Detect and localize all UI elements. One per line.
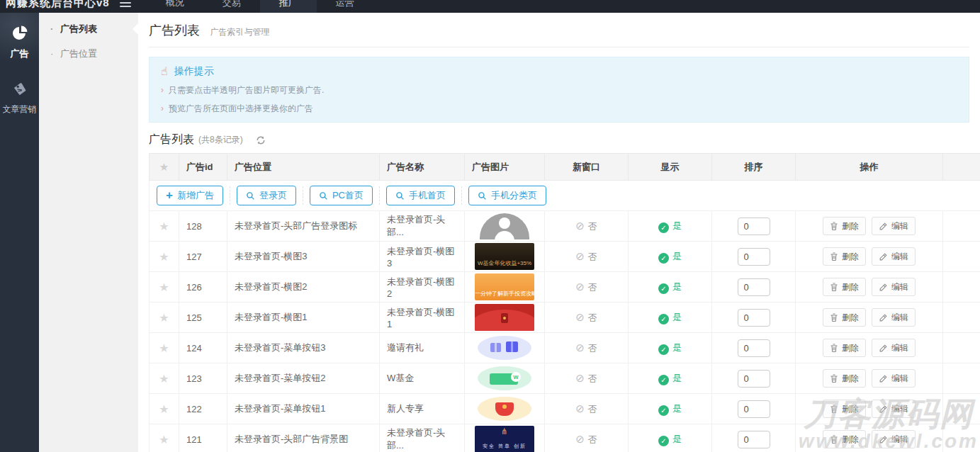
- ad-id-cell: 121: [179, 424, 227, 452]
- delete-button[interactable]: 删除: [823, 369, 866, 388]
- edit-label: 编辑: [891, 281, 908, 293]
- edit-button[interactable]: 编辑: [872, 247, 916, 266]
- top-nav-item-4[interactable]: 运营: [317, 0, 373, 13]
- edit-button[interactable]: 编辑: [872, 217, 916, 235]
- display-cell: ✓是: [629, 333, 712, 363]
- new-window-cell: ⊘否: [545, 394, 629, 424]
- ad-image-icon-gift[interactable]: [475, 334, 534, 361]
- sidebar-item-article-marketing[interactable]: 文章营销: [0, 69, 39, 124]
- actions-cell: 删除编辑: [796, 211, 943, 242]
- sort-input[interactable]: [738, 309, 770, 327]
- delete-button[interactable]: 删除: [823, 400, 866, 418]
- delete-button[interactable]: 删除: [823, 278, 866, 296]
- actions-cell: 删除编辑: [796, 363, 943, 394]
- row-favorite-star[interactable]: ★: [150, 333, 179, 363]
- ad-image-text: 安全 简单 创新: [475, 443, 534, 450]
- ad-position-cell: 未登录首页-菜单按钮3: [227, 333, 380, 363]
- filter-button-1[interactable]: 登录页: [237, 186, 296, 205]
- sort-cell: [712, 211, 796, 242]
- ad-image-icon-fund[interactable]: w: [475, 365, 534, 392]
- tips-box: ☝ 操作提示 ›只需要点击半透明广告图片即可更换广告. ›预览广告所在页面中选择…: [149, 57, 969, 123]
- edit-button[interactable]: 编辑: [872, 430, 916, 448]
- new-window-value: 否: [588, 343, 597, 354]
- edit-button[interactable]: 编辑: [872, 339, 916, 357]
- edit-label: 编辑: [891, 342, 908, 354]
- edit-button[interactable]: 编辑: [872, 278, 916, 296]
- display-cell: ✓是: [629, 424, 712, 452]
- row-favorite-star[interactable]: ★: [150, 303, 179, 333]
- gift-box-icon: [490, 343, 501, 352]
- add-ad-button[interactable]: +新增广告: [157, 186, 223, 205]
- ad-position-cell: 未登录首页-横图1: [227, 303, 380, 333]
- delete-button[interactable]: 删除: [823, 339, 866, 357]
- favorite-column-header[interactable]: ★: [150, 154, 179, 181]
- column-header: 新窗口: [545, 154, 629, 181]
- empty-cell: [943, 333, 980, 363]
- ad-image-cell: W基金年化收益+35%: [465, 242, 545, 272]
- ad-table: ★广告id广告位置广告名称广告图片新窗口显示排序操作 +新增广告登录页PC首页手…: [149, 153, 980, 452]
- delete-label: 删除: [842, 373, 859, 385]
- row-favorite-star[interactable]: ★: [150, 394, 179, 424]
- new-window-cell: ⊘否: [545, 424, 629, 452]
- ad-image-banner-dark[interactable]: W基金年化收益+35%: [475, 243, 534, 270]
- submenu-item-ad-position[interactable]: 广告位置: [39, 41, 138, 66]
- ad-image-avatar[interactable]: [475, 213, 534, 239]
- top-nav-item-1[interactable]: 概况: [147, 0, 203, 13]
- actions-cell: 删除编辑: [796, 394, 943, 424]
- circle-slash-icon: ⊘: [575, 220, 585, 232]
- new-window-cell: ⊘否: [545, 272, 629, 303]
- filter-button-3[interactable]: 手机首页: [386, 186, 455, 205]
- submenu-item-ad-list[interactable]: 广告列表: [39, 16, 138, 41]
- sort-input[interactable]: [738, 248, 770, 266]
- new-window-cell: ⊘否: [545, 333, 629, 363]
- sort-input[interactable]: [738, 339, 770, 357]
- delete-button[interactable]: 删除: [823, 430, 866, 448]
- edit-button[interactable]: 编辑: [872, 400, 916, 418]
- sort-input[interactable]: [738, 278, 770, 296]
- top-nav-item-3[interactable]: 推广: [260, 0, 317, 13]
- trash-icon: [830, 435, 838, 444]
- bullet-arrow-icon: ›: [161, 85, 164, 95]
- ad-id-cell: 127: [179, 242, 227, 272]
- edit-label: 编辑: [891, 403, 908, 415]
- display-value: 是: [672, 281, 682, 292]
- circle-slash-icon: ⊘: [575, 433, 585, 445]
- filter-button-4[interactable]: 手机分类页: [468, 186, 546, 205]
- refresh-icon[interactable]: [256, 135, 266, 145]
- edit-icon: [879, 313, 888, 322]
- delete-button[interactable]: 删除: [823, 217, 866, 235]
- top-nav-item-2[interactable]: 交易: [203, 0, 260, 13]
- ad-table-wrap: ★广告id广告位置广告名称广告图片新窗口显示排序操作 +新增广告登录页PC首页手…: [149, 153, 980, 452]
- column-header: 广告名称: [380, 154, 465, 181]
- sort-input[interactable]: [738, 431, 770, 448]
- ad-image-banner-orange[interactable]: 一分钟了解新手投资攻略: [475, 273, 534, 300]
- ad-image-banner-navy[interactable]: ⋔安全 简单 创新: [475, 426, 534, 452]
- row-favorite-star[interactable]: ★: [150, 242, 179, 272]
- edit-label: 编辑: [891, 251, 908, 263]
- ad-name-cell: 新人专享: [380, 394, 465, 424]
- delete-button[interactable]: 删除: [823, 247, 866, 266]
- ad-image-banner-red[interactable]: [475, 304, 534, 331]
- sort-input[interactable]: [738, 400, 770, 418]
- ad-name-cell: 未登录首页-头部...: [380, 424, 465, 452]
- row-favorite-star[interactable]: ★: [150, 272, 179, 303]
- delete-button[interactable]: 删除: [823, 308, 866, 327]
- hamburger-icon[interactable]: [120, 0, 131, 7]
- edit-button[interactable]: 编辑: [872, 369, 916, 388]
- sidebar-item-ads[interactable]: 广告: [0, 13, 39, 69]
- check-circle-icon: ✓: [658, 375, 669, 385]
- tips-item: ›只需要点击半透明广告图片即可更换广告.: [161, 84, 957, 96]
- sort-input[interactable]: [738, 370, 770, 388]
- table-row: ★126未登录首页-横图2未登录首页-横图2一分钟了解新手投资攻略⊘否✓是删除编…: [150, 272, 980, 303]
- row-favorite-star[interactable]: ★: [150, 363, 179, 394]
- sort-input[interactable]: [738, 217, 770, 235]
- row-favorite-star[interactable]: ★: [150, 211, 179, 242]
- ad-image-icon-redpacket[interactable]: [475, 395, 534, 422]
- display-value: 是: [672, 220, 682, 231]
- edit-button[interactable]: 编辑: [872, 308, 916, 327]
- filter-button-2[interactable]: PC首页: [310, 186, 373, 205]
- row-favorite-star[interactable]: ★: [150, 424, 179, 452]
- ad-id-cell: 126: [179, 272, 227, 303]
- table-row: ★123未登录首页-菜单按钮2W基金w⊘否✓是删除编辑: [150, 363, 980, 394]
- ad-image-text: W基金年化收益+35%: [475, 259, 534, 267]
